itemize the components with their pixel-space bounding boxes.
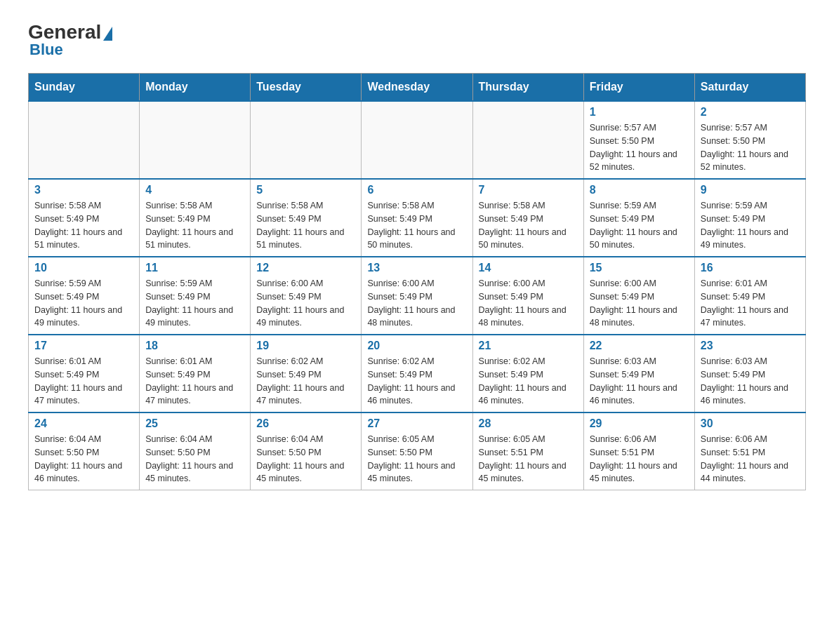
calendar-day-cell [140,101,251,179]
day-info: Sunrise: 5:59 AMSunset: 5:49 PMDaylight:… [590,199,689,252]
calendar-day-cell: 8Sunrise: 5:59 AMSunset: 5:49 PMDaylight… [583,179,694,257]
calendar-day-cell: 4Sunrise: 5:58 AMSunset: 5:49 PMDaylight… [140,179,251,257]
calendar-week-row: 3Sunrise: 5:58 AMSunset: 5:49 PMDaylight… [29,179,806,257]
day-number: 13 [367,262,466,274]
calendar-day-cell: 9Sunrise: 5:59 AMSunset: 5:49 PMDaylight… [694,179,805,257]
calendar-day-cell: 1Sunrise: 5:57 AMSunset: 5:50 PMDaylight… [583,101,694,179]
day-info: Sunrise: 5:58 AMSunset: 5:49 PMDaylight:… [367,199,466,252]
page-header: General Blue [28,21,806,59]
day-number: 3 [34,184,133,196]
calendar-day-cell: 23Sunrise: 6:03 AMSunset: 5:49 PMDayligh… [694,335,805,412]
day-info: Sunrise: 6:01 AMSunset: 5:49 PMDaylight:… [701,277,800,330]
calendar-table: SundayMondayTuesdayWednesdayThursdayFrid… [28,73,806,490]
calendar-day-header: Thursday [472,74,583,102]
day-info: Sunrise: 6:04 AMSunset: 5:50 PMDaylight:… [256,433,355,485]
calendar-day-cell: 18Sunrise: 6:01 AMSunset: 5:49 PMDayligh… [140,335,251,412]
calendar-day-cell: 16Sunrise: 6:01 AMSunset: 5:49 PMDayligh… [694,257,805,335]
day-info: Sunrise: 6:01 AMSunset: 5:49 PMDaylight:… [145,355,244,408]
calendar-header-row: SundayMondayTuesdayWednesdayThursdayFrid… [29,74,806,102]
day-number: 26 [256,417,355,430]
day-info: Sunrise: 6:02 AMSunset: 5:49 PMDaylight:… [256,355,355,408]
calendar-day-cell: 30Sunrise: 6:06 AMSunset: 5:51 PMDayligh… [694,412,805,490]
day-number: 27 [367,417,466,430]
day-info: Sunrise: 6:02 AMSunset: 5:49 PMDaylight:… [367,355,466,408]
calendar-day-cell [362,101,472,179]
calendar-day-header: Sunday [29,74,140,102]
day-number: 19 [256,340,355,352]
day-number: 20 [367,340,466,352]
day-number: 15 [590,262,689,274]
calendar-day-header: Wednesday [362,74,472,102]
calendar-week-row: 17Sunrise: 6:01 AMSunset: 5:49 PMDayligh… [29,335,806,412]
calendar-day-cell: 7Sunrise: 5:58 AMSunset: 5:49 PMDaylight… [472,179,583,257]
day-number: 16 [701,262,800,274]
day-info: Sunrise: 5:58 AMSunset: 5:49 PMDaylight:… [256,199,355,252]
day-number: 29 [590,417,689,430]
calendar-week-row: 1Sunrise: 5:57 AMSunset: 5:50 PMDaylight… [29,101,806,179]
day-number: 17 [34,340,133,352]
day-info: Sunrise: 6:00 AMSunset: 5:49 PMDaylight:… [256,277,355,330]
day-number: 28 [479,417,578,430]
day-number: 22 [590,340,689,352]
day-number: 23 [701,340,800,352]
day-info: Sunrise: 5:59 AMSunset: 5:49 PMDaylight:… [145,277,244,330]
day-number: 21 [479,340,578,352]
day-info: Sunrise: 6:02 AMSunset: 5:49 PMDaylight:… [479,355,578,408]
day-info: Sunrise: 6:01 AMSunset: 5:49 PMDaylight:… [34,355,133,408]
day-number: 4 [145,184,244,196]
calendar-day-cell: 5Sunrise: 5:58 AMSunset: 5:49 PMDaylight… [251,179,362,257]
calendar-day-cell: 21Sunrise: 6:02 AMSunset: 5:49 PMDayligh… [472,335,583,412]
logo-bottom: Blue [28,41,63,59]
day-info: Sunrise: 6:00 AMSunset: 5:49 PMDaylight:… [590,277,689,330]
day-number: 1 [590,106,689,119]
day-info: Sunrise: 6:05 AMSunset: 5:50 PMDaylight:… [367,433,466,485]
day-number: 9 [701,184,800,196]
day-info: Sunrise: 5:58 AMSunset: 5:49 PMDaylight:… [145,199,244,252]
day-number: 6 [367,184,466,196]
day-number: 30 [701,417,800,430]
calendar-day-cell: 12Sunrise: 6:00 AMSunset: 5:49 PMDayligh… [251,257,362,335]
day-info: Sunrise: 6:00 AMSunset: 5:49 PMDaylight:… [367,277,466,330]
calendar-day-cell: 2Sunrise: 5:57 AMSunset: 5:50 PMDaylight… [694,101,805,179]
calendar-day-cell: 25Sunrise: 6:04 AMSunset: 5:50 PMDayligh… [140,412,251,490]
calendar-day-cell: 28Sunrise: 6:05 AMSunset: 5:51 PMDayligh… [472,412,583,490]
logo: General Blue [28,21,112,59]
logo-blue-word: Blue [29,41,63,58]
calendar-day-cell: 22Sunrise: 6:03 AMSunset: 5:49 PMDayligh… [583,335,694,412]
calendar-day-header: Tuesday [251,74,362,102]
day-info: Sunrise: 6:06 AMSunset: 5:51 PMDaylight:… [701,433,800,485]
day-info: Sunrise: 5:57 AMSunset: 5:50 PMDaylight:… [590,121,689,174]
calendar-week-row: 10Sunrise: 5:59 AMSunset: 5:49 PMDayligh… [29,257,806,335]
day-number: 18 [145,340,244,352]
calendar-day-cell: 20Sunrise: 6:02 AMSunset: 5:49 PMDayligh… [362,335,472,412]
calendar-day-cell: 14Sunrise: 6:00 AMSunset: 5:49 PMDayligh… [472,257,583,335]
calendar-day-cell: 10Sunrise: 5:59 AMSunset: 5:49 PMDayligh… [29,257,140,335]
day-number: 5 [256,184,355,196]
day-number: 12 [256,262,355,274]
day-number: 25 [145,417,244,430]
day-number: 8 [590,184,689,196]
day-info: Sunrise: 5:58 AMSunset: 5:49 PMDaylight:… [34,199,133,252]
day-number: 14 [479,262,578,274]
day-number: 11 [145,262,244,274]
day-info: Sunrise: 5:58 AMSunset: 5:49 PMDaylight:… [479,199,578,252]
calendar-day-header: Saturday [694,74,805,102]
day-number: 2 [701,106,800,119]
day-info: Sunrise: 6:03 AMSunset: 5:49 PMDaylight:… [701,355,800,408]
calendar-day-cell [29,101,140,179]
day-number: 24 [34,417,133,430]
calendar-day-cell: 6Sunrise: 5:58 AMSunset: 5:49 PMDaylight… [362,179,472,257]
calendar-week-row: 24Sunrise: 6:04 AMSunset: 5:50 PMDayligh… [29,412,806,490]
day-info: Sunrise: 6:04 AMSunset: 5:50 PMDaylight:… [34,433,133,485]
calendar-day-cell: 19Sunrise: 6:02 AMSunset: 5:49 PMDayligh… [251,335,362,412]
day-info: Sunrise: 6:03 AMSunset: 5:49 PMDaylight:… [590,355,689,408]
calendar-day-cell: 11Sunrise: 5:59 AMSunset: 5:49 PMDayligh… [140,257,251,335]
day-info: Sunrise: 6:06 AMSunset: 5:51 PMDaylight:… [590,433,689,485]
day-info: Sunrise: 5:59 AMSunset: 5:49 PMDaylight:… [701,199,800,252]
day-info: Sunrise: 6:00 AMSunset: 5:49 PMDaylight:… [479,277,578,330]
calendar-day-cell [472,101,583,179]
calendar-day-cell: 13Sunrise: 6:00 AMSunset: 5:49 PMDayligh… [362,257,472,335]
calendar-day-cell: 24Sunrise: 6:04 AMSunset: 5:50 PMDayligh… [29,412,140,490]
calendar-day-header: Monday [140,74,251,102]
calendar-day-cell: 29Sunrise: 6:06 AMSunset: 5:51 PMDayligh… [583,412,694,490]
